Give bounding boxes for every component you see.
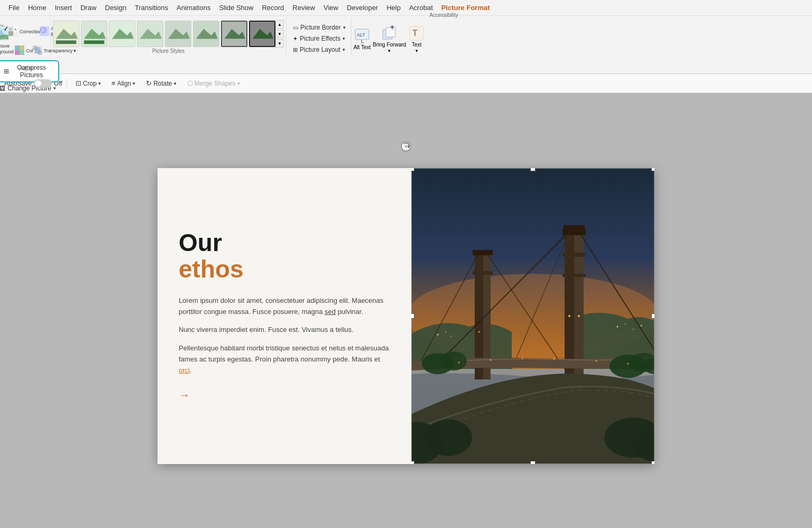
menu-design[interactable]: Design xyxy=(101,2,131,14)
compress-pictures-button[interactable]: ⊞ Compress Pictures xyxy=(0,60,59,82)
svg-text:ALT: ALT xyxy=(357,32,365,38)
svg-point-71 xyxy=(617,326,619,327)
text-label: Text xyxy=(412,42,421,48)
style-thumb-7[interactable] xyxy=(221,21,247,47)
menu-animations[interactable]: Animations xyxy=(172,2,215,14)
slide-paragraph2: Nunc viverra imperdiet enim. Fusce est. … xyxy=(179,325,390,336)
menu-bar: File Home Insert Draw Design Transitions… xyxy=(0,0,812,16)
svg-point-81 xyxy=(553,358,555,359)
picture-layout-button[interactable]: ⊞ Picture Layout ▾ xyxy=(290,44,349,55)
align-button[interactable]: ≡ Align ▾ xyxy=(107,77,140,89)
rotate-handle[interactable] xyxy=(400,141,412,154)
bring-forward-label: Bring Forward xyxy=(373,42,406,48)
change-picture-icon: 🖼 xyxy=(0,85,5,91)
svg-rect-13 xyxy=(15,50,20,55)
picture-border-label: Picture Border xyxy=(300,24,341,31)
picture-effects-label: Picture Effects xyxy=(300,35,340,42)
slide-title-line1: Our xyxy=(179,229,390,256)
scroll-up[interactable]: ▲ xyxy=(275,20,284,29)
style-thumb-5[interactable] xyxy=(165,21,191,47)
picture-border-icon: ▭ xyxy=(293,24,298,31)
slide-paragraph3: Pellentesque habitant morbi tristique se… xyxy=(179,343,390,376)
style-thumb-3[interactable] xyxy=(109,21,135,47)
slide-left-panel: Our ethos Lorem ipsum dolor sit amet, co… xyxy=(158,168,411,464)
svg-rect-14 xyxy=(20,50,24,55)
rotate-icon: ↻ xyxy=(146,79,152,87)
autosave-toggle[interactable] xyxy=(34,79,52,88)
svg-point-40 xyxy=(405,145,407,147)
svg-text:T: T xyxy=(412,29,418,38)
svg-point-72 xyxy=(625,323,626,325)
bridge-image xyxy=(411,168,654,464)
menu-slideshow[interactable]: Slide Show xyxy=(215,2,257,14)
text-button[interactable]: T Text ▾ xyxy=(408,20,425,58)
merge-shapes-dropdown: ▾ xyxy=(237,81,240,86)
svg-rect-49 xyxy=(562,274,586,277)
svg-point-79 xyxy=(490,359,492,360)
alt-text-button[interactable]: ALT Alt Text xyxy=(354,20,371,58)
style-thumb-2[interactable] xyxy=(81,21,107,47)
rotate-button[interactable]: ↻ Rotate ▾ xyxy=(142,77,180,89)
menu-developer[interactable]: Developer xyxy=(343,2,382,14)
style-thumb-6[interactable] xyxy=(193,21,219,47)
menu-file[interactable]: File xyxy=(4,2,24,14)
picture-border-button[interactable]: ▭ Picture Border ▾ xyxy=(290,22,349,33)
menu-view[interactable]: View xyxy=(319,2,343,14)
toolbar: AutoSave Off ⊡ Crop ▾ ≡ Align ▾ ↻ Rotate… xyxy=(0,74,812,93)
slide-container: Our ethos Lorem ipsum dolor sit amet, co… xyxy=(158,158,654,464)
svg-point-69 xyxy=(445,331,446,332)
crop-button[interactable]: ⊡ Crop ▾ xyxy=(71,77,105,89)
svg-rect-47 xyxy=(564,225,585,230)
text-dropdown: ▾ xyxy=(416,48,418,53)
menu-help[interactable]: Help xyxy=(382,2,405,14)
scroll-down[interactable]: ▼ xyxy=(275,30,284,38)
merge-shapes-button[interactable]: ⬡ Merge Shapes ▾ xyxy=(183,77,244,89)
menu-review[interactable]: Review xyxy=(288,2,319,14)
toggle-knob xyxy=(35,80,41,87)
artistic-effects-icon xyxy=(39,26,50,36)
alt-text-label: Alt Text xyxy=(354,44,371,51)
alt-text-icon: ALT xyxy=(354,27,371,44)
scroll-more[interactable]: ▼ xyxy=(275,39,284,48)
slide-image-panel[interactable] xyxy=(411,168,654,464)
svg-point-60 xyxy=(440,351,467,370)
accessibility-label: Accessibility xyxy=(429,12,458,18)
menu-transitions[interactable]: Transitions xyxy=(131,2,172,14)
remove-background-label: Remove Background xyxy=(0,43,14,55)
bring-forward-icon xyxy=(381,25,398,42)
transparency-icon xyxy=(32,45,43,55)
svg-point-83 xyxy=(628,363,629,364)
picture-effects-button[interactable]: ✦ Picture Effects ▾ xyxy=(290,33,349,44)
svg-point-78 xyxy=(458,362,460,363)
style-thumb-1[interactable] xyxy=(53,21,79,47)
picture-styles-group: ▲ ▼ ▼ Picture Styles xyxy=(51,18,287,56)
svg-point-77 xyxy=(478,331,480,332)
svg-point-75 xyxy=(568,315,570,317)
menu-draw[interactable]: Draw xyxy=(76,2,100,14)
corrections-icon xyxy=(8,26,19,36)
style-thumb-4[interactable] xyxy=(137,21,163,47)
menu-record[interactable]: Record xyxy=(257,2,288,14)
crop-dropdown: ▾ xyxy=(98,81,101,86)
svg-point-65 xyxy=(425,419,472,456)
slide-paragraph1: Lorem ipsum dolor sit amet, consectetuer… xyxy=(179,295,390,318)
picture-layout-dropdown: ▾ xyxy=(343,47,345,52)
svg-point-76 xyxy=(578,315,580,317)
svg-rect-48 xyxy=(562,253,586,257)
menu-home[interactable]: Home xyxy=(24,2,51,14)
picture-effects-dropdown: ▾ xyxy=(343,36,345,41)
crop-icon: ⊡ xyxy=(76,79,81,87)
menu-insert[interactable]: Insert xyxy=(51,2,77,14)
bring-forward-button[interactable]: Bring Forward ▾ xyxy=(373,20,406,58)
corrections-button[interactable]: Corrections ▾ xyxy=(16,22,40,40)
crop-label: Crop xyxy=(83,80,97,87)
merge-shapes-icon: ⬡ xyxy=(187,79,193,87)
svg-rect-12 xyxy=(20,45,24,50)
svg-rect-26 xyxy=(84,40,104,44)
merge-shapes-label: Merge Shapes xyxy=(195,80,236,87)
svg-point-4 xyxy=(4,29,6,30)
style-thumb-8[interactable] xyxy=(249,21,275,47)
toolbar-divider-1 xyxy=(67,78,67,89)
adjust-label: Adjust xyxy=(3,66,50,71)
svg-rect-24 xyxy=(56,40,76,44)
